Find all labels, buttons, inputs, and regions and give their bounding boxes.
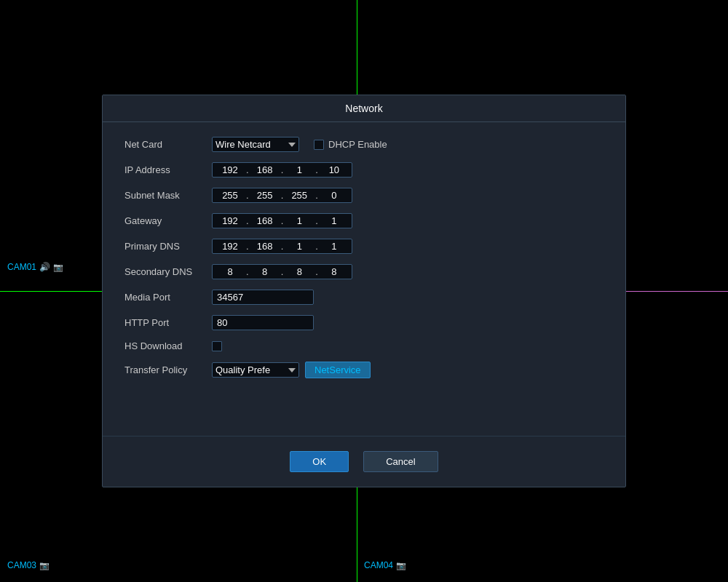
hs-download-row: HS Download <box>124 340 604 351</box>
subnet-b[interactable] <box>250 190 280 201</box>
dhcp-group: DHCP Enable <box>314 139 387 150</box>
ip-address-row: IP Address . . . <box>124 162 604 178</box>
subnet-mask-row: Subnet Mask . . . <box>124 188 604 203</box>
http-port-input[interactable] <box>212 315 314 330</box>
subnet-mask-label: Subnet Mask <box>124 190 212 201</box>
gw-a[interactable] <box>215 215 245 226</box>
sdns-c[interactable] <box>285 266 314 277</box>
sdns-d[interactable] <box>320 266 349 277</box>
dhcp-label: DHCP Enable <box>328 139 387 150</box>
transfer-policy-label: Transfer Policy <box>124 364 212 375</box>
pdns-d[interactable] <box>320 241 349 252</box>
net-card-row: Net Card Wire Netcard Wireless DHCP Enab… <box>124 137 604 152</box>
pdns-b[interactable] <box>250 241 280 252</box>
subnet-mask-field: . . . <box>212 188 352 203</box>
sdns-a[interactable] <box>215 266 245 277</box>
gateway-row: Gateway . . . <box>124 213 604 228</box>
network-dialog: Network Net Card Wire Netcard Wireless D… <box>102 95 626 487</box>
dialog-title: Network <box>103 95 625 122</box>
hs-download-checkbox[interactable] <box>212 341 222 351</box>
gw-d[interactable] <box>320 215 349 226</box>
gw-b[interactable] <box>250 215 280 226</box>
ip-address-field: . . . <box>212 162 352 178</box>
primary-dns-field: . . . <box>212 239 352 254</box>
gateway-label: Gateway <box>124 215 212 226</box>
secondary-dns-label: Secondary DNS <box>124 266 212 277</box>
http-port-row: HTTP Port <box>124 315 604 330</box>
dialog-overlay: Network Net Card Wire Netcard Wireless D… <box>0 0 728 582</box>
dialog-footer: OK Cancel <box>103 436 625 487</box>
hs-download-label: HS Download <box>124 340 212 351</box>
media-port-input[interactable] <box>212 290 314 305</box>
net-card-label: Net Card <box>124 139 212 150</box>
secondary-dns-row: Secondary DNS . . . <box>124 264 604 279</box>
ip-c[interactable] <box>285 164 314 175</box>
net-card-select[interactable]: Wire Netcard Wireless <box>212 137 299 152</box>
secondary-dns-field: . . . <box>212 264 352 279</box>
primary-dns-label: Primary DNS <box>124 241 212 252</box>
subnet-a[interactable] <box>215 190 245 201</box>
ip-b[interactable] <box>250 164 280 175</box>
net-service-button[interactable]: NetService <box>305 362 371 378</box>
ok-button[interactable]: OK <box>290 451 349 472</box>
subnet-d[interactable] <box>320 190 349 201</box>
pdns-a[interactable] <box>215 241 245 252</box>
media-port-row: Media Port <box>124 290 604 305</box>
dialog-body: Net Card Wire Netcard Wireless DHCP Enab… <box>103 122 625 436</box>
primary-dns-row: Primary DNS . . . <box>124 239 604 254</box>
gateway-field: . . . <box>212 213 352 228</box>
dhcp-checkbox[interactable] <box>314 140 324 150</box>
sdns-b[interactable] <box>250 266 280 277</box>
ip-a[interactable] <box>215 164 245 175</box>
media-port-label: Media Port <box>124 292 212 303</box>
ip-address-label: IP Address <box>124 164 212 175</box>
transfer-policy-row: Transfer Policy Quality Prefe Speed Pref… <box>124 362 604 378</box>
transfer-policy-select[interactable]: Quality Prefe Speed Preferred Adaptive <box>212 362 299 378</box>
ip-d[interactable] <box>320 164 349 175</box>
cancel-button[interactable]: Cancel <box>363 451 438 472</box>
gw-c[interactable] <box>285 215 314 226</box>
subnet-c[interactable] <box>285 190 314 201</box>
http-port-label: HTTP Port <box>124 317 212 328</box>
pdns-c[interactable] <box>285 241 314 252</box>
